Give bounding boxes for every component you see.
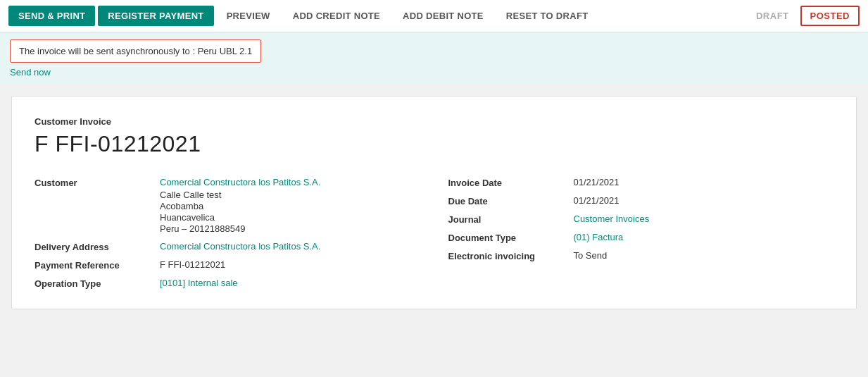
customer-label: Customer <box>34 177 154 188</box>
address-line-2: Acobamba <box>160 201 420 211</box>
operation-type-field-row: Operation Type [0101] Internal sale <box>34 278 420 289</box>
toolbar: SEND & PRINT REGISTER PAYMENT PREVIEW AD… <box>0 0 868 32</box>
alert-message-box: The invoice will be sent asynchronously … <box>10 39 261 63</box>
invoice-date-field-row: Invoice Date 01/21/2021 <box>448 177 834 188</box>
reset-to-draft-button[interactable]: RESET TO DRAFT <box>496 6 598 26</box>
invoice-date-label: Invoice Date <box>448 177 568 188</box>
invoice-fields: Customer Comercial Constructora los Pati… <box>34 177 834 289</box>
register-payment-button[interactable]: REGISTER PAYMENT <box>98 6 213 26</box>
customer-address-block: Comercial Constructora los Patitos S.A. … <box>160 177 420 234</box>
customer-name-link[interactable]: Comercial Constructora los Patitos S.A. <box>160 177 420 187</box>
electronic-invoicing-value: To Send <box>574 250 834 261</box>
due-date-label: Due Date <box>448 195 568 206</box>
operation-type-value[interactable]: [0101] Internal sale <box>160 278 420 288</box>
right-field-group: Invoice Date 01/21/2021 Due Date 01/21/2… <box>448 177 834 289</box>
alert-message-text: The invoice will be sent asynchronously … <box>19 46 252 56</box>
add-debit-note-button[interactable]: ADD DEBIT NOTE <box>393 6 493 26</box>
payment-reference-value: F FFI-01212021 <box>160 259 420 270</box>
document-type-value[interactable]: (01) Factura <box>574 232 834 242</box>
send-now-link[interactable]: Send now <box>0 63 868 85</box>
add-credit-note-button[interactable]: ADD CREDIT NOTE <box>283 6 390 26</box>
payment-reference-field-row: Payment Reference F FFI-01212021 <box>34 259 420 271</box>
operation-type-label: Operation Type <box>34 278 154 289</box>
main-content: Customer Invoice F FFI-01212021 Customer… <box>0 85 868 321</box>
preview-button[interactable]: PREVIEW <box>217 6 280 26</box>
alert-banner: The invoice will be sent asynchronously … <box>0 32 868 85</box>
draft-status-badge: DRAFT <box>749 7 796 25</box>
address-line-3: Huancavelica <box>160 212 420 223</box>
due-date-value: 01/21/2021 <box>574 195 834 206</box>
document-type-label: Document Type <box>448 232 568 243</box>
due-date-field-row: Due Date 01/21/2021 <box>448 195 834 206</box>
address-line-4: Peru – 20121888549 <box>160 223 420 234</box>
address-line-1: Calle Calle test <box>160 190 420 200</box>
journal-field-row: Journal Customer Invoices <box>448 214 834 225</box>
left-field-group: Customer Comercial Constructora los Pati… <box>34 177 420 289</box>
invoice-date-value: 01/21/2021 <box>574 177 834 187</box>
delivery-address-field-row: Delivery Address Comercial Constructora … <box>34 241 420 252</box>
status-badges: DRAFT POSTED <box>749 6 860 26</box>
electronic-invoicing-field-row: Electronic invoicing To Send <box>448 250 834 261</box>
journal-label: Journal <box>448 214 568 225</box>
payment-reference-label: Payment Reference <box>34 259 154 271</box>
electronic-invoicing-label: Electronic invoicing <box>448 250 568 261</box>
journal-value[interactable]: Customer Invoices <box>574 214 834 224</box>
delivery-address-value[interactable]: Comercial Constructora los Patitos S.A. <box>160 241 420 252</box>
posted-status-badge: POSTED <box>800 6 860 26</box>
delivery-address-label: Delivery Address <box>34 241 154 252</box>
invoice-card: Customer Invoice F FFI-01212021 Customer… <box>11 96 857 309</box>
document-type-field-row: Document Type (01) Factura <box>448 232 834 243</box>
alert-inner: The invoice will be sent asynchronously … <box>0 32 868 63</box>
invoice-type-label: Customer Invoice <box>34 116 834 127</box>
customer-field-row: Customer Comercial Constructora los Pati… <box>34 177 420 234</box>
send-print-button[interactable]: SEND & PRINT <box>8 6 95 26</box>
invoice-number: F FFI-01212021 <box>34 131 834 157</box>
